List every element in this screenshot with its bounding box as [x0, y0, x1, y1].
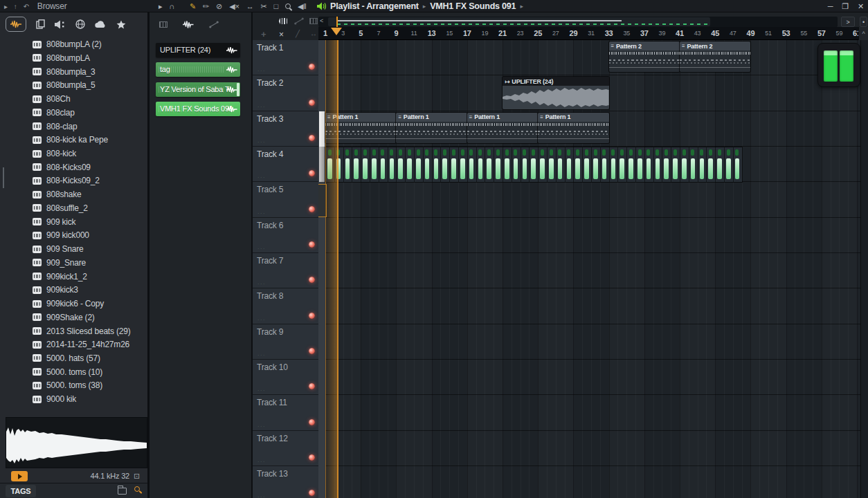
preview-play-button[interactable]: [11, 471, 28, 481]
browser-item[interactable]: 909 kick000: [0, 229, 147, 243]
track-header[interactable]: Track 11 ...: [253, 395, 318, 430]
browser-item[interactable]: 2014-11-25_14h27m26: [0, 338, 147, 351]
delete-mode-icon[interactable]: ⊘: [216, 0, 222, 12]
browser-tab-samples[interactable]: [6, 17, 26, 32]
playback-mode-icon[interactable]: ◀‖: [298, 0, 307, 12]
track-record-dot[interactable]: [309, 277, 315, 283]
beat-clip[interactable]: [325, 147, 742, 182]
track-header[interactable]: Track 13 ...: [253, 466, 318, 498]
browser-expand-icon[interactable]: ▸: [4, 3, 8, 10]
browser-item[interactable]: 808-clap: [0, 120, 147, 133]
browser-item[interactable]: 909kick3: [0, 283, 147, 297]
close-button[interactable]: ✕: [858, 2, 864, 11]
track-header[interactable]: Track 9 ...: [253, 324, 318, 360]
browser-item[interactable]: 808-kick: [0, 147, 147, 160]
browser-item[interactable]: 5000. toms (38): [0, 379, 147, 393]
tags-search-icon[interactable]: [134, 486, 140, 492]
browser-item[interactable]: 808-Kicks09: [0, 160, 147, 174]
picker-clip[interactable]: YZ Version of Saba T..: [156, 82, 240, 97]
paint-brush-icon[interactable]: ✏: [203, 0, 209, 12]
vscroll-up-button[interactable]: ^: [858, 27, 868, 40]
track-header[interactable]: Track 7 ...: [253, 253, 318, 288]
audio-clip-source-icon[interactable]: [279, 18, 288, 24]
tags-button[interactable]: TAGS: [6, 485, 36, 497]
favorites-star-icon[interactable]: [116, 20, 126, 29]
browser-item[interactable]: 808shake: [0, 187, 147, 201]
pattern-menu-icon[interactable]: ≡: [611, 43, 614, 49]
timeline-ruler[interactable]: 1357911131517192123252729313335373941434…: [318, 27, 860, 40]
browser-item[interactable]: 808bumpLA: [0, 51, 147, 65]
track-header[interactable]: Track 4 ...: [253, 147, 318, 182]
play-mini-icon[interactable]: ▸: [159, 0, 162, 12]
browser-item[interactable]: 909_Snare: [0, 256, 147, 270]
track-header[interactable]: Track 3 ...: [253, 111, 318, 147]
playlist-hscrollbar[interactable]: <: [318, 17, 838, 27]
browser-item[interactable]: 808-Kicks09_2: [0, 174, 147, 188]
picker-clip[interactable]: UPLIFTER (24): [156, 43, 240, 57]
browser-item[interactable]: 5000. toms (10): [0, 365, 147, 379]
zoom-mode-icon[interactable]: [285, 3, 291, 9]
pattern-menu-icon[interactable]: ≡: [682, 43, 685, 49]
stretch-mode-icon[interactable]: ↔: [246, 0, 254, 12]
scroll-left-icon[interactable]: <: [320, 17, 323, 24]
pattern-clip[interactable]: ≡ Pattern 1: [538, 113, 608, 143]
slide-tool-icon[interactable]: ╱: [296, 30, 300, 37]
picker-tab-automation-icon[interactable]: [209, 21, 219, 28]
browser-up-icon[interactable]: ↑: [14, 3, 17, 10]
pattern-menu-icon[interactable]: ≡: [398, 114, 401, 120]
track-record-dot[interactable]: [309, 313, 315, 319]
pattern-menu-icon[interactable]: ≡: [540, 114, 543, 120]
mute-mode-icon[interactable]: ◀×: [229, 0, 239, 12]
pattern-clip[interactable]: ≡ Pattern 2: [609, 42, 680, 72]
browser-item[interactable]: 808bumpla_3: [0, 65, 147, 79]
browser-item[interactable]: 2013 Slicesd beats (29): [0, 324, 147, 338]
track-record-dot[interactable]: [309, 206, 315, 212]
swap-tool-icon[interactable]: ↔: [310, 30, 317, 37]
track-header[interactable]: Track 1 ...: [253, 40, 318, 75]
picker-clip[interactable]: tag: [156, 62, 240, 77]
draw-pencil-icon[interactable]: ✎: [190, 0, 196, 12]
minimize-button[interactable]: ─: [828, 2, 833, 10]
track-header[interactable]: Track 8 ...: [253, 288, 318, 324]
track-record-dot[interactable]: [309, 454, 315, 461]
track-record-dot[interactable]: [309, 100, 315, 106]
track-record-dot[interactable]: [309, 490, 315, 496]
track3-clip-handle[interactable]: [319, 111, 325, 147]
browser-item[interactable]: 808bumpLA (2): [0, 37, 147, 51]
scroll-right-button[interactable]: >: [841, 17, 855, 27]
restore-button[interactable]: ❐: [842, 2, 849, 11]
track5-selection-box[interactable]: [318, 184, 327, 217]
browser-scroll-thumb[interactable]: [3, 167, 4, 188]
pattern-source-icon[interactable]: [309, 18, 318, 24]
pattern-clip[interactable]: ≡ Pattern 2: [680, 42, 750, 72]
browser-scrollbar[interactable]: [3, 30, 5, 418]
sample-preview[interactable]: [6, 417, 147, 468]
browser-item[interactable]: 909kick6 - Copy: [0, 297, 147, 311]
snap-magnet-icon[interactable]: ∩: [169, 0, 174, 12]
browser-item[interactable]: 808Ch: [0, 92, 147, 106]
browser-item[interactable]: 909 kick: [0, 215, 147, 229]
track-header[interactable]: Track 6 ...: [253, 218, 318, 253]
pattern-clip[interactable]: ≡ Pattern 1: [467, 113, 538, 143]
track-header[interactable]: Track 5 ...: [253, 182, 318, 217]
audio-clip[interactable]: ↦ UPLIFTER (24): [503, 77, 609, 109]
track-record-dot[interactable]: [309, 348, 315, 354]
browser-item[interactable]: 808clap: [0, 106, 147, 120]
browser-item[interactable]: 909 Snare: [0, 242, 147, 256]
globe-icon[interactable]: [75, 19, 85, 29]
track4-clip-handle[interactable]: [319, 147, 325, 182]
track-record-dot[interactable]: [309, 64, 315, 70]
picker-clip[interactable]: VMH1 FX Sounds 091: [156, 102, 240, 116]
playlist-vscrollbar[interactable]: [860, 40, 868, 498]
browser-item[interactable]: 9000 kik: [0, 392, 147, 406]
picker-tab-audio-icon[interactable]: [183, 21, 194, 28]
pattern-clip[interactable]: ≡ Pattern 1: [396, 113, 467, 143]
folder-icon[interactable]: [118, 488, 127, 495]
add-track-button[interactable]: +: [261, 29, 266, 39]
browser-item[interactable]: 808bumpla_5: [0, 79, 147, 93]
playhead-marker[interactable]: [331, 28, 342, 35]
automation-source-icon[interactable]: [294, 17, 304, 25]
picker-tab-patterns-icon[interactable]: [159, 21, 168, 28]
files-icon[interactable]: [36, 19, 45, 29]
playlist-grid[interactable]: ≡ Pattern 1 ≡ Pattern 1 ≡ Pattern 1 ≡ Pa…: [318, 40, 868, 498]
